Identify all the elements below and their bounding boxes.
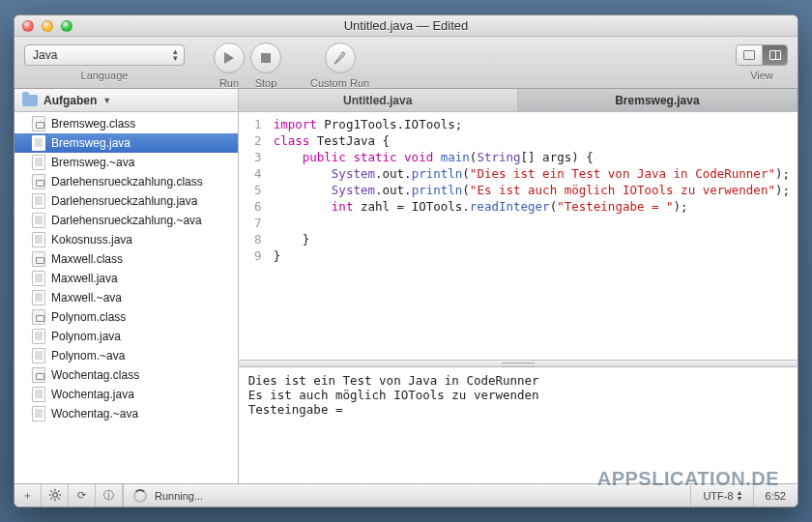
file-item[interactable]: Polynom.class	[14, 307, 238, 327]
file-item-label: Maxwell.~ava	[51, 291, 122, 304]
view-single-button[interactable]	[737, 45, 762, 65]
java-file-icon	[32, 232, 45, 247]
java-file-icon	[32, 135, 45, 151]
java-file-icon	[32, 387, 45, 402]
language-selector-value: Java	[33, 48, 57, 62]
cursor-position-value: 6:52	[766, 490, 786, 502]
view-label: View	[750, 70, 773, 81]
file-item-label: Bremsweg.class	[51, 117, 135, 130]
editor-tab[interactable]: Untitled.java	[239, 89, 518, 111]
file-item-label: Wochentag.class	[51, 368, 139, 382]
chevron-updown-icon: ▴▾	[173, 48, 178, 62]
main-area: Untitled.javaBremsweg.java 123456789 imp…	[239, 89, 798, 483]
java-file-icon	[32, 290, 45, 305]
file-item-label: Darlehensrueckzahlung.~ava	[51, 214, 202, 227]
class-file-icon	[32, 251, 45, 267]
java-file-icon	[32, 213, 45, 228]
svg-line-6	[50, 490, 52, 492]
java-file-icon	[32, 406, 45, 421]
encoding-value: UTF-8	[703, 490, 733, 502]
file-item-label: Wochentag.java	[51, 388, 134, 401]
add-button[interactable]: ＋	[14, 484, 42, 507]
stop-button-label: Stop	[255, 77, 277, 89]
file-item-label: Polynom.~ava	[51, 349, 125, 362]
svg-line-8	[58, 490, 60, 492]
path-folder-name: Aufgaben	[44, 94, 97, 107]
chevron-updown-icon: ▴▾	[738, 490, 741, 502]
file-item[interactable]: Bremsweg.class	[14, 114, 238, 133]
file-item[interactable]: Wochentag.~ava	[14, 404, 238, 423]
file-item[interactable]: Bremsweg.java	[14, 133, 238, 153]
file-item-label: Kokosnuss.java	[51, 233, 132, 246]
file-item-label: Polynom.class	[51, 310, 126, 324]
file-item-label: Maxwell.class	[51, 252, 123, 266]
file-item[interactable]: Wochentag.class	[14, 365, 238, 385]
java-file-icon	[32, 155, 45, 170]
file-item-label: Polynom.java	[51, 330, 121, 343]
app-window: Untitled.java — Edited Java ▴▾ Language …	[14, 14, 798, 508]
path-bar[interactable]: Aufgaben ▼	[14, 89, 238, 112]
toolbar: Java ▴▾ Language Run Stop Custom Run	[14, 37, 798, 89]
split-handle[interactable]	[239, 360, 798, 367]
language-selector[interactable]: Java ▴▾	[24, 44, 185, 66]
file-item[interactable]: Maxwell.~ava	[14, 288, 238, 307]
action-button[interactable]	[42, 484, 69, 507]
language-selector-label: Language	[81, 70, 129, 81]
status-text: Running...	[155, 490, 203, 502]
file-item[interactable]: Bremsweg.~ava	[14, 153, 238, 172]
file-item[interactable]: Maxwell.class	[14, 249, 238, 269]
spinner-icon	[133, 489, 147, 503]
encoding-selector[interactable]: UTF-8 ▴▾	[690, 484, 752, 507]
svg-point-1	[52, 492, 57, 497]
custom-run-button[interactable]	[325, 43, 356, 73]
class-file-icon	[32, 367, 45, 383]
line-gutter: 123456789	[239, 112, 268, 360]
file-item[interactable]: Maxwell.java	[14, 269, 238, 288]
file-item-label: Darlehensrueckzahlung.java	[51, 194, 197, 208]
svg-rect-0	[261, 53, 271, 63]
class-file-icon	[32, 116, 45, 131]
file-item-label: Darlehensrueckzahlung.class	[51, 175, 203, 188]
info-icon: ⓘ	[103, 488, 114, 503]
java-file-icon	[32, 329, 45, 344]
file-item-label: Bremsweg.~ava	[51, 156, 134, 169]
console-output[interactable]: Dies ist ein Test von Java in CodeRunner…	[239, 367, 798, 483]
file-item[interactable]: Polynom.java	[14, 327, 238, 346]
class-file-icon	[32, 174, 45, 189]
file-item[interactable]: Kokosnuss.java	[14, 230, 238, 249]
custom-run-button-label: Custom Run	[310, 77, 369, 89]
java-file-icon	[32, 193, 45, 209]
status-bar: ＋ ⟳ ⓘ Running... UTF-8 ▴▾ 6:52	[14, 483, 798, 507]
java-file-icon	[32, 271, 45, 286]
file-item[interactable]: Darlehensrueckzahlung.class	[14, 172, 238, 191]
window-title-text: Untitled.java — Edited	[344, 18, 469, 33]
editor-tab[interactable]: Bremsweg.java	[518, 89, 798, 111]
run-button-label: Run	[219, 77, 239, 89]
file-list[interactable]: Bremsweg.classBremsweg.javaBremsweg.~ava…	[14, 112, 238, 483]
file-item[interactable]: Darlehensrueckzahlung.java	[14, 191, 238, 211]
plus-icon: ＋	[22, 488, 33, 503]
body: Aufgaben ▼ Bremsweg.classBremsweg.javaBr…	[14, 89, 798, 483]
code-content[interactable]: import Prog1Tools.IOTools;class TestJava…	[268, 112, 798, 360]
editor-tabs: Untitled.javaBremsweg.java	[239, 89, 798, 112]
info-button[interactable]: ⓘ	[96, 484, 123, 507]
java-file-icon	[32, 348, 45, 363]
code-editor[interactable]: 123456789 import Prog1Tools.IOTools;clas…	[239, 112, 798, 360]
view-mode-segmented[interactable]	[736, 44, 788, 66]
reload-button[interactable]: ⟳	[69, 484, 96, 507]
reload-icon: ⟳	[77, 489, 86, 502]
view-split-button[interactable]	[762, 45, 787, 65]
titlebar: Untitled.java — Edited	[14, 15, 798, 37]
sidebar: Aufgaben ▼ Bremsweg.classBremsweg.javaBr…	[14, 89, 239, 483]
window-title: Untitled.java — Edited	[14, 18, 798, 33]
file-item-label: Wochentag.~ava	[51, 407, 138, 420]
file-item[interactable]: Darlehensrueckzahlung.~ava	[14, 211, 238, 230]
stop-button[interactable]	[250, 43, 281, 73]
file-item[interactable]: Polynom.~ava	[14, 346, 238, 365]
class-file-icon	[32, 309, 45, 325]
gear-icon	[48, 488, 62, 504]
folder-icon	[22, 95, 38, 106]
run-button[interactable]	[214, 43, 245, 73]
file-item[interactable]: Wochentag.java	[14, 385, 238, 404]
svg-line-9	[50, 498, 52, 500]
